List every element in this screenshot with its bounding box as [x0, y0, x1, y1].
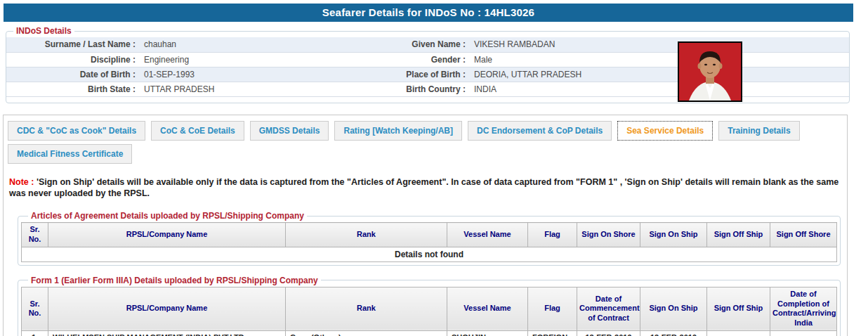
cell-sign-off-ship: [707, 330, 770, 336]
column-header: Sign Off Ship: [707, 223, 770, 247]
tab-dc-endorsement-cop-details[interactable]: DC Endorsement & CoP Details: [468, 121, 612, 141]
note-prefix: Note :: [9, 177, 34, 187]
articles-of-agreement-legend: Articles of Agreement Details uploaded b…: [28, 211, 307, 221]
column-header: RPSL/Company Name: [48, 287, 286, 330]
table-header-row: Sr. No. RPSL/Company Name Rank Vessel Na…: [22, 287, 837, 330]
tab-sea-service-details[interactable]: Sea Service Details: [617, 121, 713, 141]
column-header: Sign Off Shore: [770, 223, 837, 247]
column-header: Rank: [286, 223, 447, 247]
column-header: Sign Off Ship: [707, 287, 770, 330]
column-header: Date of Commencement of Contract: [577, 287, 640, 330]
column-header: Sr. No.: [22, 287, 48, 330]
field-value: 01-SEP-1993: [140, 67, 343, 82]
field-value: VIKESH RAMBADAN: [470, 37, 849, 52]
column-header: Flag: [528, 223, 577, 247]
field-label: Birth Country :: [343, 82, 470, 96]
table-header-row: Sr. No. RPSL/Company Name Rank Vessel Na…: [22, 223, 837, 247]
details-not-found-message: Details not found: [22, 247, 837, 261]
column-header: Flag: [528, 287, 577, 330]
tab-medical-fitness-certificate[interactable]: Medical Fitness Certificate: [8, 144, 132, 164]
column-header: Sign On Shore: [577, 223, 640, 247]
field-value: chauhan: [140, 37, 343, 52]
cell-sr-no: 1.: [22, 330, 48, 336]
note-text: 'Sign on Ship' details will be available…: [9, 177, 839, 199]
field-value: Engineering: [140, 52, 343, 67]
form1-table: Sr. No. RPSL/Company Name Rank Vessel Na…: [21, 287, 837, 336]
tab-gmdss-details[interactable]: GMDSS Details: [250, 121, 329, 141]
field-label: Date of Birth :: [6, 67, 140, 82]
indos-details-section: INDoS Details Surname / Last Name : chau…: [6, 26, 850, 103]
column-header: Sign On Ship: [640, 223, 707, 247]
tab-training-details[interactable]: Training Details: [718, 121, 799, 141]
cell-rank: Crew (Others): [286, 330, 447, 336]
articles-of-agreement-section: Articles of Agreement Details uploaded b…: [18, 211, 841, 266]
column-header: Vessel Name: [447, 287, 528, 330]
column-header: Rank: [286, 287, 447, 330]
column-header: Vessel Name: [447, 223, 528, 247]
form1-section: Form 1 (Earlier Form IIIA) Details uploa…: [18, 276, 841, 336]
indos-details-legend: INDoS Details: [13, 26, 74, 36]
field-label: Place of Birth :: [343, 67, 470, 82]
field-label: Birth State :: [6, 82, 140, 96]
tab-coc-coe-details[interactable]: CoC & CoE Details: [151, 121, 244, 141]
tab-strip-row-1: CDC & "CoC as Cook" Details CoC & CoE De…: [8, 121, 847, 141]
seafarer-photo: [678, 41, 742, 102]
field-label: Surname / Last Name :: [6, 37, 140, 52]
tab-strip-row-2: Medical Fitness Certificate: [8, 144, 847, 164]
field-label: Discipline :: [6, 52, 140, 67]
field-label: Given Name :: [343, 37, 470, 52]
cell-vessel: SHOHJIN: [447, 330, 528, 336]
empty-message-row: Details not found: [22, 247, 837, 261]
cell-commencement: 13-FEB-2019: [577, 330, 640, 336]
field-value: UTTAR PRADESH: [140, 82, 343, 96]
page-title: Seafarer Details for INDoS No : 14HL3026: [4, 4, 853, 22]
articles-of-agreement-table: Sr. No. RPSL/Company Name Rank Vessel Na…: [21, 222, 837, 262]
field-value: Male: [470, 52, 849, 67]
column-header: Sr. No.: [22, 223, 48, 247]
cell-completion: [770, 330, 837, 336]
field-value: DEORIA, UTTAR PRADESH: [470, 67, 849, 82]
tab-rating-watch-keeping-ab[interactable]: Rating [Watch Keeping/AB]: [334, 121, 462, 141]
field-value: INDIA: [470, 82, 849, 96]
tab-cdc-coc-as-cook-details[interactable]: CDC & "CoC as Cook" Details: [8, 121, 145, 141]
field-label: Gender :: [343, 52, 470, 67]
sign-on-ship-note: Note : 'Sign on Ship' details will be av…: [9, 176, 841, 200]
seafarer-photo-image: [679, 43, 741, 101]
cell-flag: FOREIGN: [528, 330, 577, 336]
column-header: RPSL/Company Name: [48, 223, 286, 247]
table-row: 1. WILHELMSEN SHIP MANAGEMENT (INDIA) PV…: [22, 330, 837, 336]
tab-content-panel: CDC & "CoC as Cook" Details CoC & CoE De…: [3, 115, 848, 336]
form1-legend: Form 1 (Earlier Form IIIA) Details uploa…: [28, 276, 321, 285]
cell-company: WILHELMSEN SHIP MANAGEMENT (INDIA) PVT.L…: [48, 330, 286, 336]
column-header: Sign On Ship: [640, 287, 707, 330]
column-header: Date of Completion of Contract/Arriving …: [770, 287, 837, 330]
seafarer-details-page: Seafarer Details for INDoS No : 14HL3026…: [0, 4, 868, 336]
cell-sign-on-ship: 13-FEB-2019: [640, 330, 707, 336]
